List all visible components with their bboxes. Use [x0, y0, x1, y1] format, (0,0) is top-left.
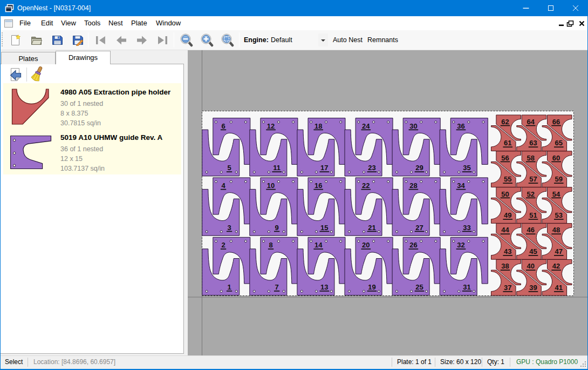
- svg-text:16: 16: [314, 181, 322, 190]
- svg-text:29: 29: [415, 164, 423, 172]
- svg-text:55: 55: [504, 175, 511, 183]
- svg-text:38: 38: [501, 262, 509, 270]
- svg-text:43: 43: [504, 247, 511, 255]
- svg-text:10: 10: [267, 181, 275, 190]
- svg-text:21: 21: [368, 224, 375, 232]
- svg-text:31: 31: [463, 283, 470, 291]
- svg-text:9: 9: [275, 224, 279, 232]
- svg-text:13: 13: [320, 283, 328, 291]
- svg-text:33: 33: [463, 224, 470, 232]
- svg-text:52: 52: [527, 190, 535, 198]
- svg-text:51: 51: [529, 211, 537, 219]
- svg-text:57: 57: [529, 175, 537, 183]
- svg-text:47: 47: [555, 247, 563, 255]
- svg-text:26: 26: [409, 241, 417, 249]
- svg-text:8: 8: [269, 241, 272, 249]
- svg-text:22: 22: [362, 181, 370, 190]
- svg-text:12: 12: [267, 122, 275, 130]
- svg-text:56: 56: [501, 154, 509, 162]
- svg-text:39: 39: [529, 284, 537, 292]
- svg-text:5: 5: [227, 164, 231, 172]
- svg-text:50: 50: [501, 190, 509, 198]
- svg-text:4: 4: [221, 181, 225, 190]
- svg-text:44: 44: [501, 226, 509, 234]
- svg-text:18: 18: [314, 122, 322, 130]
- svg-text:60: 60: [552, 154, 560, 162]
- svg-text:62: 62: [501, 118, 509, 126]
- svg-text:58: 58: [527, 154, 535, 162]
- svg-text:45: 45: [529, 247, 537, 255]
- svg-text:37: 37: [504, 284, 511, 292]
- svg-text:61: 61: [504, 139, 511, 147]
- svg-text:40: 40: [527, 262, 535, 270]
- svg-text:6: 6: [221, 122, 225, 130]
- svg-text:14: 14: [314, 241, 323, 249]
- svg-text:63: 63: [529, 139, 537, 147]
- svg-text:11: 11: [273, 164, 281, 172]
- svg-text:34: 34: [457, 181, 465, 190]
- svg-text:19: 19: [368, 283, 375, 291]
- svg-text:41: 41: [555, 284, 563, 292]
- svg-text:15: 15: [320, 224, 328, 232]
- svg-text:7: 7: [275, 283, 279, 291]
- svg-text:64: 64: [527, 118, 535, 126]
- svg-text:23: 23: [368, 164, 375, 172]
- svg-text:30: 30: [409, 122, 417, 130]
- svg-text:3: 3: [227, 224, 231, 232]
- svg-text:65: 65: [555, 139, 563, 147]
- svg-text:53: 53: [555, 211, 563, 219]
- svg-text:36: 36: [457, 122, 464, 130]
- svg-text:28: 28: [409, 181, 417, 190]
- svg-text:54: 54: [552, 190, 560, 198]
- svg-text:49: 49: [504, 211, 511, 219]
- svg-text:20: 20: [362, 241, 370, 249]
- svg-text:59: 59: [555, 175, 563, 183]
- svg-text:66: 66: [552, 118, 560, 126]
- svg-text:17: 17: [320, 164, 328, 172]
- svg-text:2: 2: [221, 241, 225, 249]
- svg-text:32: 32: [457, 241, 464, 249]
- svg-text:24: 24: [362, 122, 370, 130]
- svg-text:1: 1: [227, 283, 231, 291]
- svg-text:42: 42: [552, 262, 560, 270]
- svg-text:48: 48: [552, 226, 560, 234]
- svg-text:46: 46: [527, 226, 535, 234]
- svg-text:25: 25: [415, 283, 423, 291]
- svg-text:35: 35: [463, 164, 470, 172]
- svg-text:27: 27: [415, 224, 423, 232]
